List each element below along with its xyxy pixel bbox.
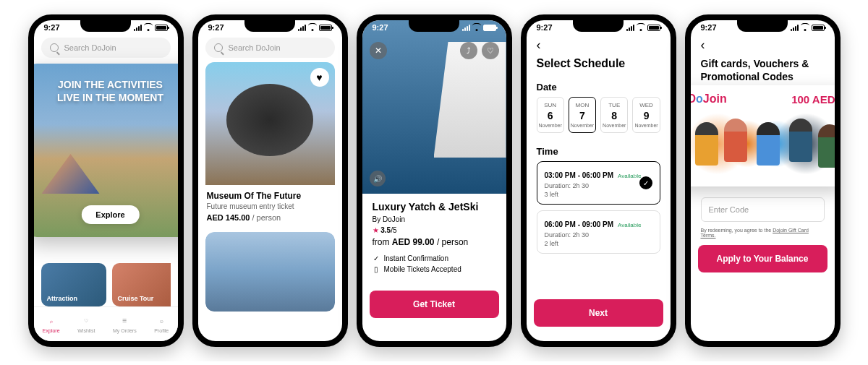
status-bar: 9:27 <box>34 20 178 33</box>
status-bar: 9:27 <box>527 20 671 33</box>
signal-icon <box>298 25 306 31</box>
activity-card-2[interactable] <box>205 232 335 312</box>
wifi-icon <box>801 25 809 31</box>
get-ticket-button[interactable]: Get Ticket <box>370 291 499 318</box>
gift-illustration <box>688 111 835 176</box>
battery-icon <box>319 25 332 31</box>
phone-explore: 9:27 Search DoJoin JOIN THE ACTIVITIES L… <box>28 14 184 347</box>
phone-gift: 9:27 ‹ Gift cards, Vouchers & Promotiona… <box>685 14 841 347</box>
rating: ★ 3.5/5 <box>373 226 496 234</box>
card-subtitle: Future museum entry ticket <box>207 202 333 210</box>
nav-orders[interactable]: ☰My Orders <box>113 315 137 333</box>
favorite-icon[interactable]: ♥ <box>310 68 329 87</box>
page-title: Select Schedule <box>527 57 671 77</box>
feature-instant: ✓Instant Confirmation <box>373 254 496 262</box>
date-option-selected[interactable]: MON7November <box>569 97 596 133</box>
gift-amount: 100 AED <box>791 93 835 106</box>
activity-card-museum[interactable]: ♥ Museum Of The Future Future museum ent… <box>205 62 335 228</box>
signal-icon <box>134 25 142 31</box>
phone-detail: 9:27 ✕ ⤴ ♡ 🔊 Luxury Yatch & JetSki By Do… <box>357 14 512 347</box>
card-image: ♥ <box>205 62 335 185</box>
back-icon[interactable]: ‹ <box>691 33 835 57</box>
category-cruise[interactable]: Cruise Tour <box>112 263 171 306</box>
share-icon[interactable]: ⤴ <box>460 42 477 59</box>
date-option[interactable]: WED9November <box>632 97 660 133</box>
date-option[interactable]: TUE8November <box>600 97 628 133</box>
gift-card: DoJoin 100 AED <box>685 85 841 186</box>
profile-icon: ☺ <box>156 315 167 327</box>
status-bar: 9:27 <box>362 20 506 33</box>
time-slot[interactable]: 06:00 PM - 09:00 PMAvailable Duration: 2… <box>537 210 660 254</box>
signal-icon <box>791 25 799 31</box>
status-time: 9:27 <box>208 23 224 32</box>
explore-icon: ⌕ <box>46 315 57 327</box>
hero-card[interactable]: JOIN THE ACTIVITIES LIVE IN THE MOMENT E… <box>28 64 184 237</box>
card-price: AED 145.00 / person <box>207 213 333 222</box>
wifi-icon <box>144 25 153 31</box>
nav-profile[interactable]: ☺Profile <box>154 315 169 333</box>
hero-headline: JOIN THE ACTIVITIES LIVE IN THE MOMENT <box>28 78 184 104</box>
battery-icon <box>647 25 660 31</box>
detail-title: Luxury Yatch & JetSki <box>373 201 496 212</box>
detail-price: from AED 99.00 / person <box>373 237 496 247</box>
date-picker: SUN6November MON7November TUE8November W… <box>527 97 671 133</box>
next-button[interactable]: Next <box>534 299 663 327</box>
card-image <box>205 232 335 312</box>
phone-listing: 9:27 Search DoJoin ♥ Museum Of The Futur… <box>192 14 348 347</box>
status-indicators <box>134 25 168 31</box>
nav-wishlist[interactable]: ♡Wishlist <box>77 315 95 333</box>
time-label: Time <box>527 142 671 161</box>
close-icon[interactable]: ✕ <box>370 42 387 59</box>
terms-text: By redeeming, you agree to the Dojoin Gi… <box>691 228 835 238</box>
status-bar: 9:27 <box>691 20 835 33</box>
explore-button[interactable]: Explore <box>81 205 139 224</box>
category-attraction[interactable]: Attraction <box>41 263 106 306</box>
search-input[interactable]: Search DoJoin <box>205 38 335 58</box>
apply-button[interactable]: Apply to Your Balance <box>698 245 827 272</box>
date-option[interactable]: SUN6November <box>537 97 564 133</box>
feature-mobile: ▯Mobile Tickets Accepted <box>373 265 496 273</box>
phone-schedule: 9:27 ‹ Select Schedule Date SUN6November… <box>521 14 676 347</box>
page-title: Gift cards, Vouchers & Promotional Codes <box>691 57 835 89</box>
wifi-icon <box>637 25 645 31</box>
category-row[interactable]: Attraction Cruise Tour Foo <box>41 263 171 306</box>
dojoin-logo: DoJoin <box>688 93 727 106</box>
battery-icon <box>812 25 825 31</box>
favorite-icon[interactable]: ♡ <box>482 42 499 59</box>
back-icon[interactable]: ‹ <box>527 33 671 57</box>
signal-icon <box>626 25 634 31</box>
star-icon: ★ <box>373 226 379 234</box>
battery-icon <box>155 25 168 31</box>
search-input[interactable]: Search DoJoin <box>41 38 171 58</box>
code-input[interactable]: Enter Code <box>701 197 825 222</box>
date-label: Date <box>527 77 671 97</box>
orders-icon: ☰ <box>119 315 130 327</box>
search-icon <box>50 43 59 52</box>
detail-provider: By DoJoin <box>373 215 496 223</box>
bottom-nav: ⌕Explore ♡Wishlist ☰My Orders ☺Profile <box>34 306 178 341</box>
hero-image: JOIN THE ACTIVITIES LIVE IN THE MOMENT E… <box>28 64 184 237</box>
time-slot-selected[interactable]: 03:00 PM - 06:00 PMAvailable Duration: 2… <box>537 161 660 205</box>
heart-icon: ♡ <box>80 315 92 327</box>
detail-hero-image: 9:27 ✕ ⤴ ♡ 🔊 <box>362 20 506 194</box>
status-bar: 9:27 <box>198 20 342 33</box>
check-icon: ✓ <box>373 255 380 262</box>
search-placeholder: Search DoJoin <box>64 43 116 52</box>
wifi-icon <box>308 25 317 31</box>
search-icon <box>214 43 223 52</box>
card-title: Museum Of The Future <box>207 191 333 201</box>
check-icon: ✓ <box>639 176 652 189</box>
status-time: 9:27 <box>44 23 60 32</box>
nav-explore[interactable]: ⌕Explore <box>43 315 60 333</box>
volume-icon[interactable]: 🔊 <box>370 171 386 186</box>
mobile-icon: ▯ <box>373 266 380 273</box>
